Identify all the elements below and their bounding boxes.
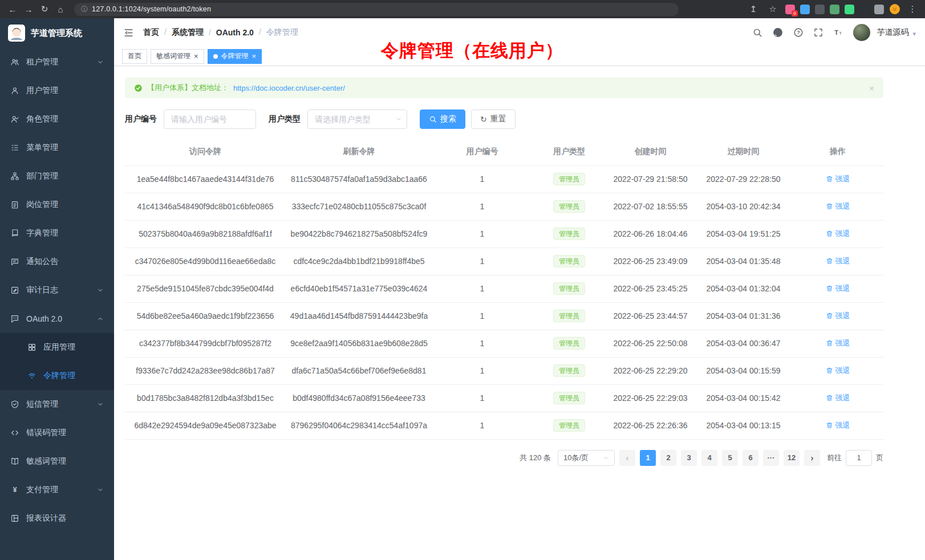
browser-extension-icon[interactable]: 0 [785,5,795,14]
page-button[interactable]: 12 [784,450,800,466]
app-logo[interactable]: 芋道管理系统 [0,18,114,48]
user-id: 1 [480,311,485,320]
browser-extension-icon[interactable] [845,5,854,14]
fullscreen-icon[interactable] [813,27,823,38]
page-button[interactable]: 1 [640,450,656,466]
address-bar[interactable]: ⓘ 127.0.0.1:1024/system/oauth2/token [74,3,679,16]
browser-extension-icon[interactable] [859,5,869,14]
breadcrumb-item[interactable]: OAuth 2.0 [204,28,254,37]
create-time: 2022-06-25 22:29:20 [614,366,688,375]
tab-close-icon[interactable]: × [252,52,257,60]
force-logout-button[interactable]: 强退 [826,201,850,212]
browser-forward-icon[interactable]: → [22,2,35,16]
force-logout-button[interactable]: 强退 [826,256,850,266]
force-logout-button[interactable]: 强退 [826,420,850,431]
page-button[interactable]: 2 [660,450,676,466]
doc-link[interactable]: https://doc.iocoder.cn/user-center/ [233,84,345,92]
create-time: 2022-07-29 21:58:50 [614,175,688,184]
sidebar-item[interactable]: 应用管理 [0,333,114,362]
sidebar-item-label: 用户管理 [26,86,104,96]
sidebar-item[interactable]: 错误码管理 [0,419,114,447]
bookmark-star-icon[interactable]: ☆ [766,2,780,16]
logo-avatar [8,25,25,42]
prev-page-button[interactable]: ‹ [619,450,635,466]
table-row: 1ea5e44f8bc1467aaede43144f31de76 811c530… [125,165,883,193]
user-id: 1 [480,202,485,211]
access-token: c342377bf8b344799dcbf7bf095287f2 [139,339,271,348]
browser-menu-icon[interactable]: ⋮ [906,2,919,16]
sidebar-item[interactable]: 菜单管理 [0,133,114,162]
tab[interactable]: 敏感词管理 × [151,49,204,64]
user-avatar[interactable] [853,24,870,41]
help-icon[interactable]: ? [793,27,804,38]
sidebar-item[interactable]: 部门管理 [0,162,114,190]
force-logout-button[interactable]: 强退 [826,366,850,376]
breadcrumb-item[interactable]: 系统管理 [159,27,204,38]
access-token: b0d1785bc3a8482f812db4a3f3bd15ec [137,393,274,403]
tab[interactable]: 令牌管理 × [208,49,262,64]
user-type-select-input[interactable] [307,109,407,129]
page-button[interactable]: ··· [763,450,779,466]
github-icon[interactable] [772,27,784,38]
force-logout-button[interactable]: 强退 [826,311,850,321]
sidebar-item[interactable]: 岗位管理 [0,190,114,219]
expire-time: 2054-03-04 00:15:59 [707,366,781,375]
browser-back-icon[interactable]: ← [6,2,19,16]
sidebar-item-label: 报表设计器 [26,513,104,524]
browser-extension-icon[interactable] [815,5,825,14]
sidebar-item-label: 租户管理 [26,57,90,67]
browser-profile-avatar[interactable] [890,4,900,14]
page-button[interactable]: 5 [722,450,738,466]
browser-home-icon[interactable]: ⌂ [54,2,67,16]
sidebar-item[interactable]: 租户管理 [0,48,114,76]
page-button[interactable]: 3 [681,450,697,466]
collapse-sidebar-icon[interactable] [123,27,134,38]
table-row: f9336e7c7dd242a283ee98dc86b17a87 dfa6c71… [125,357,883,384]
goto-page-input[interactable] [846,450,872,466]
page-button[interactable]: 4 [701,450,717,466]
breadcrumb-item[interactable]: 首页 [143,27,159,38]
sidebar-item[interactable]: 令牌管理 [0,362,114,390]
alert-close-icon[interactable]: × [869,83,874,93]
user-id: 1 [480,421,485,430]
sidebar-item[interactable]: 支付管理 [0,476,114,504]
site-info-icon[interactable]: ⓘ [81,5,88,14]
sidebar-item[interactable]: 短信管理 [0,390,114,419]
search-button[interactable]: 搜索 [420,109,465,129]
share-icon[interactable]: ↥ [747,2,760,16]
browser-reload-icon[interactable]: ↻ [38,2,51,16]
user-type-select[interactable] [307,109,407,129]
reset-button[interactable]: ↻ 重置 [471,109,516,129]
sidebar-item[interactable]: 用户管理 [0,76,114,105]
force-logout-button[interactable]: 强退 [826,229,850,239]
user-type-tag: 管理员 [553,392,585,404]
sidebar-item[interactable]: 报表设计器 [0,504,114,533]
column-header: 用户编号 [432,138,532,165]
tab[interactable]: 首页 [122,49,147,64]
browser-extension-icon[interactable] [800,5,810,14]
page-button[interactable]: 6 [743,450,758,466]
sidebar-item[interactable]: 字典管理 [0,219,114,247]
browser-extension-icon[interactable] [874,5,884,14]
force-logout-button[interactable]: 强退 [826,393,850,403]
user-dropdown-caret-icon[interactable]: ▾ [912,30,916,38]
goto-suffix: 页 [876,453,883,463]
sidebar-item[interactable]: OAuth 2.0 [0,305,114,333]
page-size-select[interactable]: 10条/页 [558,450,615,466]
font-size-icon[interactable]: TT [833,27,843,38]
user-id-input[interactable] [164,109,256,129]
breadcrumb-item[interactable]: 令牌管理 [254,27,298,38]
force-logout-button[interactable]: 强退 [826,338,850,348]
sidebar-item[interactable]: 通知公告 [0,247,114,276]
sidebar-item[interactable]: 角色管理 [0,105,114,133]
search-icon[interactable] [752,27,762,38]
force-logout-button[interactable]: 强退 [826,174,850,184]
notice-icon [10,257,19,266]
tab-close-icon[interactable]: × [194,52,198,60]
browser-extension-icon[interactable] [830,5,839,14]
sidebar-item[interactable]: 审计日志 [0,276,114,305]
next-page-button[interactable]: › [804,450,820,466]
user-name[interactable]: 芋道源码 [877,27,908,38]
sidebar-item[interactable]: 敏感词管理 [0,447,114,476]
force-logout-button[interactable]: 强退 [826,283,850,294]
